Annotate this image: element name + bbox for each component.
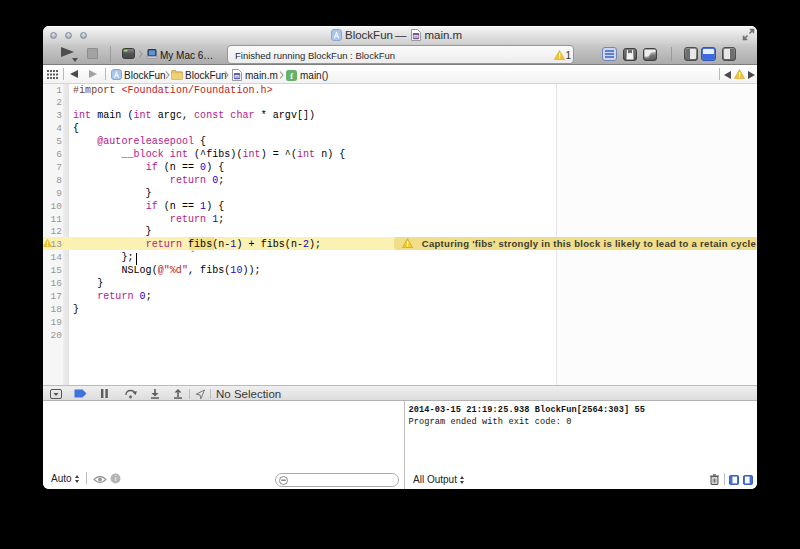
svg-text:m: m [414,33,419,39]
svg-text:m: m [234,73,239,79]
svg-text:f: f [290,71,293,80]
svg-text:i: i [114,474,116,483]
